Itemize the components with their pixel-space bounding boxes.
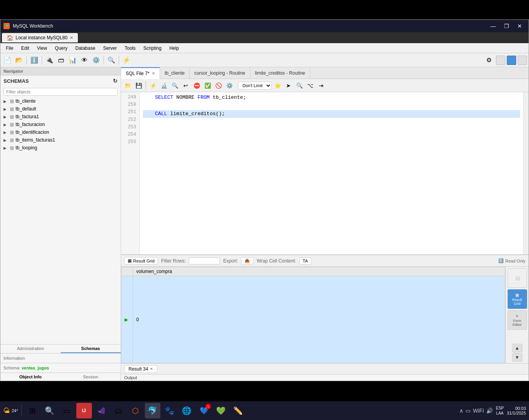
open-folder-btn[interactable]: 📁 [123, 80, 133, 91]
code-content[interactable]: SELECT NOMBRE FROM tb_cliente; CALL limi… [140, 92, 523, 254]
schema-item-tb-identificacion[interactable]: ▶ ▦ tb_identificacion [0, 128, 121, 136]
clock[interactable]: 00:03 31/1/2025 [507, 406, 526, 415]
error-btn[interactable]: ⛔ [192, 80, 202, 91]
minimize-button[interactable]: — [487, 22, 499, 30]
taskbar-task-view[interactable]: ▭ [59, 403, 75, 418]
result-tab-close[interactable]: ✕ [150, 367, 153, 371]
sql-tab-0[interactable]: SQL File 7* ✕ [121, 67, 160, 79]
save-btn[interactable]: 💾 [134, 80, 144, 91]
maximize-button[interactable]: ❐ [501, 22, 512, 30]
stop-btn[interactable]: 🔍 [170, 80, 180, 91]
result-grid-btn[interactable]: ▦ Result Grid [124, 257, 158, 264]
language-indicator[interactable]: ESPLAA [496, 406, 504, 416]
nav-down-btn[interactable]: ▼ [512, 353, 522, 362]
layout-btn-2[interactable] [507, 56, 516, 65]
code-editor[interactable]: 249 250 251 252 253 254 255 SELECT NOMBR… [121, 92, 529, 254]
tab-object-info[interactable]: Object Info [0, 373, 61, 381]
menu-help[interactable]: Help [165, 44, 183, 52]
menu-server[interactable]: Server [99, 44, 121, 52]
menu-tools[interactable]: Tools [121, 44, 139, 52]
refresh-btn[interactable]: ↩ [181, 80, 191, 91]
schema-name-tb-items-facturas1: tb_items_facturas1 [16, 137, 55, 143]
taskbar-mysql[interactable]: 🐬 [145, 403, 160, 418]
menu-scripting[interactable]: Scripting [139, 44, 165, 52]
wrap-btn[interactable]: TA [299, 257, 311, 264]
info-button[interactable]: ℹ️ [29, 55, 40, 66]
sql-tab-2[interactable]: cursor_looping - Routine [190, 67, 250, 79]
instance-tab[interactable]: 🏠 Local instance MySQL80 ✕ [2, 33, 78, 42]
arrow-btn[interactable]: ➤ [283, 80, 293, 91]
new-file-button[interactable]: 📄 [2, 55, 13, 66]
schemas-label: SCHEMAS [4, 78, 29, 84]
schema-item-tb-items-facturas1[interactable]: ▶ ▦ tb_items_facturas1 [0, 136, 121, 144]
settings2-btn[interactable]: ⚙️ [224, 80, 234, 91]
schema-item-tb-cliente[interactable]: ▶ ▦ tb_cliente [0, 97, 121, 105]
view-button[interactable]: 👁 [79, 55, 90, 66]
taskbar-file-explorer[interactable]: 🗂 [111, 403, 126, 418]
chevron-up-icon[interactable]: ∧ [459, 408, 463, 414]
menu-file[interactable]: File [2, 44, 17, 52]
tab-administration[interactable]: Administration [0, 345, 61, 353]
wifi-icon[interactable]: WiFi [473, 408, 484, 414]
limit-select[interactable]: Don't Limit 1000 rows 200 rows [238, 82, 272, 89]
display-icon[interactable]: ▭ [466, 408, 471, 414]
schema-button[interactable]: 🗃 [56, 55, 67, 66]
result-tab-34[interactable]: Result 34 ✕ [124, 365, 157, 373]
outdent-btn[interactable]: ⇥ [316, 80, 326, 91]
sql-tab-3[interactable]: limite_creditos - Routine [250, 67, 310, 79]
ok-btn[interactable]: ✅ [202, 80, 213, 91]
taskbar-chrome[interactable]: 🌐 [179, 403, 195, 418]
find-btn[interactable]: 🔍 [294, 80, 304, 91]
schema-item-tb-default[interactable]: ▶ ▦ tb_default [0, 105, 121, 113]
volume-icon[interactable]: 🔊 [486, 408, 493, 414]
taskbar-jetbrains[interactable]: IJ [76, 403, 92, 418]
filter-rows-input[interactable] [189, 257, 220, 264]
taskbar-app-orange[interactable]: ⬡ [128, 403, 143, 418]
form-editor-btn[interactable]: ≡ FormEditor [508, 310, 527, 330]
routine-button[interactable]: ⚙️ [91, 55, 102, 66]
sql-tab-1[interactable]: tb_cliente [160, 67, 190, 79]
scroll-bar[interactable] [523, 92, 529, 254]
expand-btn[interactable]: ⬜ [508, 268, 527, 288]
taskbar-visual-studio[interactable] [93, 403, 109, 418]
explain-btn[interactable]: 🔬 [159, 80, 169, 91]
result-grid-side-btn[interactable]: ▦ ResultGrid [508, 289, 527, 309]
layout-btn-1[interactable] [496, 56, 505, 65]
schema-item-tb-looping[interactable]: ▶ ▦ tb_looping [0, 144, 121, 152]
table-row-1[interactable]: ▶ 0 [121, 276, 505, 363]
stop2-btn[interactable]: 🚫 [213, 80, 223, 91]
sql-tab-0-close[interactable]: ✕ [152, 71, 155, 75]
indent-btn[interactable]: ⌥ [305, 80, 315, 91]
menu-view[interactable]: View [33, 44, 51, 52]
table-button[interactable]: 📊 [67, 55, 78, 66]
schema-name-tb-identificacion: tb_identificacion [16, 130, 49, 135]
filter-objects-input[interactable] [4, 88, 118, 96]
menu-database[interactable]: Database [72, 44, 99, 52]
schema-item-tb-facturacion[interactable]: ▶ ▦ tb_facturacion [0, 121, 121, 128]
tab-session[interactable]: Session [61, 373, 121, 381]
tab-schemas[interactable]: Schemas [61, 345, 121, 353]
taskbar-app-blue2[interactable]: 🐾 [162, 403, 178, 418]
nav-up-btn[interactable]: ▲ [512, 344, 522, 352]
taskbar-search[interactable]: 🔍 [42, 403, 58, 418]
menu-edit[interactable]: Edit [17, 44, 33, 52]
export-btn[interactable]: 📤 [241, 257, 253, 264]
taskbar-discord[interactable]: 💙 1 [196, 403, 212, 418]
taskbar-editor[interactable]: ✏️ [230, 403, 246, 418]
result-table-container[interactable]: volumen_compra ▶ 0 [121, 267, 505, 363]
close-button[interactable]: ✕ [514, 22, 525, 30]
schemas-refresh-icon[interactable]: ↻ [113, 78, 118, 84]
layout-btn-3[interactable] [518, 56, 527, 65]
menu-query[interactable]: Query [51, 44, 72, 52]
taskbar-windows-start[interactable]: ⊞ [25, 403, 40, 418]
instance-tab-close[interactable]: ✕ [70, 35, 73, 40]
taskbar-spotify[interactable]: 💚 [213, 403, 229, 418]
settings-icon-button[interactable]: ⚙ [483, 55, 494, 66]
bookmark-btn[interactable]: ⭐ [272, 80, 283, 91]
connect-button[interactable]: 🔌 [44, 55, 55, 66]
search-button[interactable]: 🔍 [106, 55, 117, 66]
schema-item-tb-factura1[interactable]: ▶ ▦ tb_factura1 [0, 113, 121, 121]
execute-btn[interactable]: ⚡ [148, 80, 158, 91]
migrate-button[interactable]: ⚡ [121, 55, 132, 66]
open-file-button[interactable]: 📂 [14, 55, 25, 66]
